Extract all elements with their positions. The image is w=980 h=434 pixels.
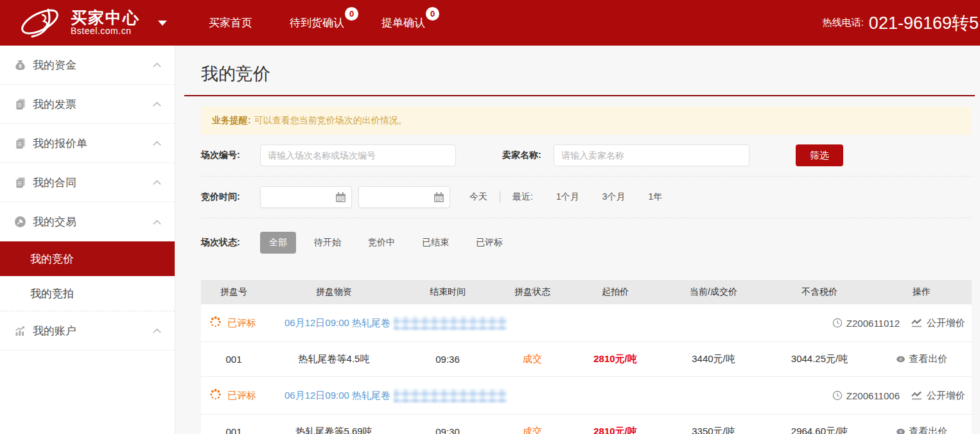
column-header: 不含税价 [767,286,871,298]
status-option-evaluated[interactable]: 已评标 [467,232,512,254]
view-bids-link[interactable]: 查看出价 [896,353,948,365]
sidebar-subitem-my-auction[interactable]: 我的竞拍 [0,276,175,311]
sidebar-item-funds[interactable]: ¥ 我的资金 [0,46,175,85]
session-status-text: 已评标 [227,317,256,329]
money-bag-icon: ¥ [13,58,27,72]
status-option-ended[interactable]: 已结束 [413,232,458,254]
main-content: 我的竞价 业务提醒:可以查看您当前竞价场次的出价情况。 场次编号: 卖家名称: … [175,46,980,434]
chevron-up-icon[interactable] [152,62,162,68]
brand-title: 买家中心 [71,9,140,26]
end-time: 09:36 [401,354,494,365]
session-code: Z200611006 [832,390,900,401]
sidebar-item-label: 我的合同 [33,175,76,190]
date-to-input[interactable] [359,187,428,207]
quotation-icon [13,137,27,150]
nav-arrival-confirm[interactable]: 待到货确认 0 [290,15,344,30]
no-tax-price: 3044.25元/吨 [767,353,871,365]
column-header: 操作 [871,286,972,298]
quick-range-1year[interactable]: 1年 [648,191,662,203]
censored-seller-name [394,317,507,330]
page-title: 我的竞价 [201,64,270,83]
contract-icon [13,176,27,189]
sidebar-item-label: 我的报价单 [33,136,87,151]
session-status-text: 已评标 [227,390,256,402]
bid-result-row: 001 热轧尾卷等4.5吨 09:36 成交 2810元/吨 3440元/吨 3… [201,342,972,377]
status-option-all[interactable]: 全部 [260,232,296,254]
clock-icon [832,318,843,328]
app-header: 买家中心 Bsteel.com.cn 买家首页 待到货确认 0 提单确认 0 热… [0,0,980,46]
start-price: 2810元/吨 [571,353,660,365]
lot-material: 热轧尾卷等4.5吨 [267,353,401,365]
filter-row-session: 场次编号: 卖家名称: 筛选 [201,135,972,177]
column-header: 结束时间 [401,286,494,298]
page-header: 我的竞价 [184,46,975,96]
sidebar-subitem-label: 我的竞拍 [30,286,74,301]
date-from-box [260,186,352,208]
notice-label: 业务提醒: [212,115,251,125]
trend-chart-icon [911,318,923,328]
lot-number: 001 [201,354,267,365]
notice-text: 可以查看您当前竞价场次的出价情况。 [254,115,407,125]
lot-state: 成交 [494,353,571,365]
chevron-up-icon[interactable] [152,140,162,146]
nav-buyer-home[interactable]: 买家首页 [209,15,252,30]
column-header: 拼盘号 [201,286,267,298]
sidebar-item-quotations[interactable]: 我的报价单 [0,124,175,163]
status-option-bidding[interactable]: 竞价中 [359,232,404,254]
business-notice: 业务提醒:可以查看您当前竞价场次的出价情况。 [201,107,972,135]
chevron-up-icon[interactable] [152,101,162,107]
seller-name-label: 卖家名称: [502,150,554,161]
eye-icon [896,356,906,363]
filter-button[interactable]: 筛选 [796,144,843,166]
session-link[interactable]: 06月12日09:00 热轧尾卷 [284,317,390,329]
public-increase-link[interactable]: 公开增价 [911,390,965,402]
hotline-number: 021-96169转5 [869,12,979,35]
status-option-pending[interactable]: 待开始 [305,232,350,254]
public-increase-link[interactable]: 公开增价 [911,317,965,329]
session-number-input[interactable] [260,144,456,166]
view-bids-link[interactable]: 查看出价 [896,426,948,434]
svg-text:¥: ¥ [19,63,22,69]
session-link[interactable]: 06月12日09:00 热轧尾卷 [284,390,390,402]
filter-row-status: 场次状态: 全部 待开始 竞价中 已结束 已评标 [201,218,972,263]
chevron-up-icon[interactable] [152,219,162,225]
trade-gavel-icon [13,215,27,229]
bidding-table: 拼盘号 拼盘物资 结束时间 拼盘状态 起拍价 当前/成交价 不含税价 操作 已评… [201,280,972,434]
filter-row-time: 竞价时间: 今天 最近: 1个月 3个月 1年 [201,177,972,218]
calendar-icon[interactable] [335,191,347,205]
chevron-up-icon[interactable] [152,327,162,334]
sidebar-item-label: 我的资金 [33,58,76,73]
session-number-label: 场次编号: [201,150,260,161]
lot-state: 成交 [494,426,571,434]
lading-confirm-badge: 0 [426,7,439,21]
sidebar-item-trades[interactable]: 我的交易 [0,202,175,241]
current-price: 3350元/吨 [660,426,767,434]
lot-material: 热轧尾卷等5.69吨 [267,426,401,434]
brand-logo[interactable]: 买家中心 Bsteel.com.cn [0,4,175,42]
nav-lading-confirm[interactable]: 提单确认 0 [381,15,425,30]
sidebar: ¥ 我的资金 我的发票 我的报价单 [0,46,175,434]
end-time: 09:30 [401,426,494,434]
sidebar-subitem-my-bidding[interactable]: 我的竞价 [0,241,175,276]
quick-range-today[interactable]: 今天 [469,191,487,203]
sidebar-item-label: 我的账户 [33,324,76,338]
calendar-icon[interactable] [433,191,445,205]
brand-menu-caret-icon[interactable] [158,21,167,26]
clock-icon [832,390,843,401]
date-from-input[interactable] [261,187,330,207]
brand-domain: Bsteel.com.cn [71,26,140,36]
sidebar-item-invoices[interactable]: 我的发票 [0,85,175,124]
eye-icon [896,428,906,434]
date-to-box [358,186,450,208]
seller-name-input[interactable] [554,144,749,166]
evaluated-spinner-icon [209,388,222,403]
sidebar-item-account[interactable]: 我的账户 [0,311,175,351]
sidebar-item-label: 我的发票 [33,97,76,112]
quick-range-1month[interactable]: 1个月 [556,191,579,203]
session-status-label: 场次状态: [201,237,260,248]
recent-label: 最近: [512,191,533,203]
chevron-up-icon[interactable] [152,179,162,186]
quick-range-3months[interactable]: 3个月 [602,191,626,203]
censored-seller-name [394,389,507,403]
sidebar-item-contracts[interactable]: 我的合同 [0,163,175,202]
